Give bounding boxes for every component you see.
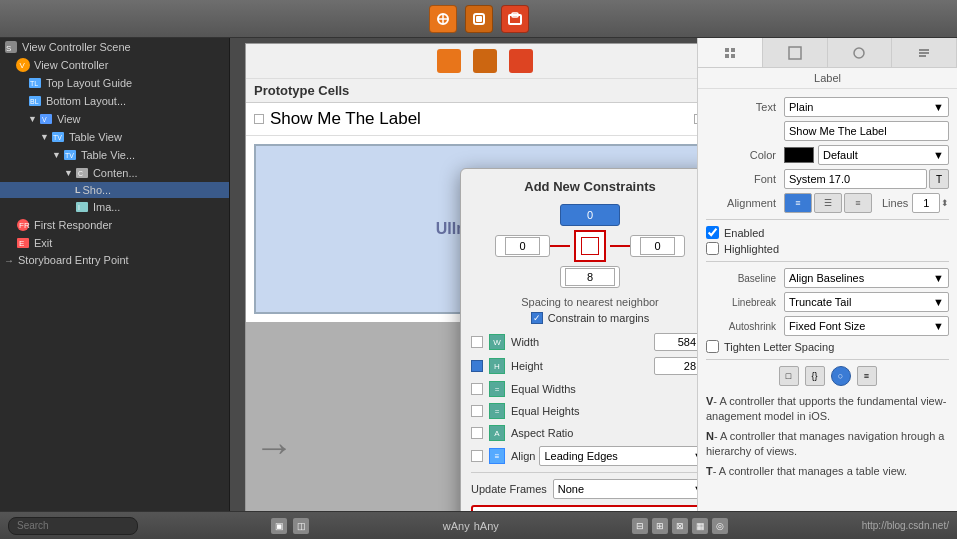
color-dropdown[interactable]: Default ▼ <box>818 145 949 165</box>
add-constraints-button[interactable]: Add 4 Constraints <box>471 505 697 511</box>
view-icon-1[interactable]: ▣ <box>271 518 287 534</box>
view-mode-icons: ▣ ◫ <box>271 518 309 534</box>
sidebar-item-tableview[interactable]: ▼ TV Table View <box>0 128 229 146</box>
sidebar-item-view[interactable]: ▼ V View <box>0 110 229 128</box>
sidebar-item-entrypoint[interactable]: → Storyboard Entry Point <box>0 252 229 268</box>
sidebar-item-exit[interactable]: E Exit <box>0 234 229 252</box>
constrain-margins-row[interactable]: ✓ Constrain to margins <box>471 312 697 324</box>
width-value-input[interactable] <box>654 333 697 351</box>
baseline-dropdown[interactable]: Align Baselines ▼ <box>784 268 949 288</box>
align-center-button[interactable]: ☰ <box>814 193 842 213</box>
svg-text:V: V <box>20 61 26 70</box>
lines-stepper[interactable]: ⬍ <box>941 198 949 208</box>
label-item-label: Sho... <box>82 184 111 196</box>
tighten-row: Tighten Letter Spacing <box>706 340 949 353</box>
sidebar-item-image[interactable]: ▼ I Ima... <box>0 198 229 216</box>
bottom-value-display <box>560 266 620 288</box>
sidebar: S View Controller Scene V View Controlle… <box>0 38 230 511</box>
tableview-label: Table View <box>69 131 122 143</box>
sidebar-item-viewcontroller[interactable]: V View Controller <box>0 56 229 74</box>
format-icon4[interactable]: ≡ <box>857 366 877 386</box>
update-frames-label: Update Frames <box>471 483 547 495</box>
equal-widths-label: Equal Widths <box>511 383 697 395</box>
box-toolbar-icon[interactable] <box>501 5 529 33</box>
highlighted-checkbox[interactable] <box>706 242 719 255</box>
sidebar-item-scene[interactable]: S View Controller Scene <box>0 38 229 56</box>
autoshrink-dropdown[interactable]: Fixed Font Size ▼ <box>784 316 949 336</box>
tab-attributes[interactable] <box>698 38 763 67</box>
layout-icons: ⊟ ⊞ ⊠ ▦ ◎ <box>632 518 728 534</box>
link-toolbar-icon[interactable] <box>429 5 457 33</box>
font-edit-button[interactable]: T <box>929 169 949 189</box>
color-value: Default <box>823 149 858 161</box>
view-icon: V <box>39 112 53 126</box>
tab-connections[interactable] <box>828 38 893 67</box>
sidebar-item-label[interactable]: ▼ L Sho... <box>0 182 229 198</box>
entrypoint-arrow-icon: → <box>4 255 14 266</box>
linebreak-dropdown[interactable]: Truncate Tail ▼ <box>784 292 949 312</box>
height-icon: H <box>489 358 505 374</box>
tab-size[interactable] <box>763 38 828 67</box>
update-frames-value: None <box>558 483 584 495</box>
search-input[interactable] <box>8 517 138 535</box>
equal-heights-row: = Equal Heights <box>471 402 697 420</box>
exit-icon: E <box>16 236 30 250</box>
height-label: Height <box>511 360 654 372</box>
sidebar-item-bottomlayout[interactable]: BL Bottom Layout... <box>0 92 229 110</box>
panel-title-label: Label <box>814 72 841 84</box>
format-icon1[interactable]: □ <box>779 366 799 386</box>
align-left-button[interactable]: ≡ <box>784 193 812 213</box>
bottom-constraint-input[interactable] <box>565 268 615 286</box>
label-l-icon: L <box>75 185 81 195</box>
format-icon2[interactable]: {} <box>805 366 825 386</box>
align-label: Align <box>511 450 535 462</box>
align-row: ≡ Align Leading Edges ▼ <box>471 446 697 466</box>
sidebar-item-content[interactable]: ▼ C Conten... <box>0 164 229 182</box>
panel-content: Text Plain ▼ Color Default ▼ <box>698 89 957 511</box>
view-label: View <box>57 113 81 125</box>
bottom-icon-row: □ {} ○ ≡ <box>706 366 949 386</box>
layout-icon-4[interactable]: ▦ <box>692 518 708 534</box>
width-checkbox[interactable] <box>471 336 483 348</box>
sidebar-item-toplayout[interactable]: TL Top Layout Guide <box>0 74 229 92</box>
top-constraint-input[interactable] <box>560 204 620 226</box>
align-right-button[interactable]: ≡ <box>844 193 872 213</box>
aspect-ratio-checkbox[interactable] <box>471 427 483 439</box>
height-checkbox[interactable] <box>471 360 483 372</box>
layout-icon-3[interactable]: ⊠ <box>672 518 688 534</box>
cube-toolbar-icon[interactable] <box>465 5 493 33</box>
align-checkbox[interactable] <box>471 450 483 462</box>
constrain-margins-checkbox[interactable]: ✓ <box>531 312 543 324</box>
update-frames-dropdown[interactable]: None ▼ <box>553 479 697 499</box>
color-swatch[interactable] <box>784 147 814 163</box>
sidebar-item-tableviewcell[interactable]: ▼ TV Table Vie... <box>0 146 229 164</box>
format-icon3[interactable]: ○ <box>831 366 851 386</box>
enabled-checkbox[interactable] <box>706 226 719 239</box>
layout-icon-1[interactable]: ⊟ <box>632 518 648 534</box>
svg-rect-35 <box>919 49 929 51</box>
help-vc-text: - A controller that upports the fundamen… <box>706 395 946 422</box>
text-type-dropdown[interactable]: Plain ▼ <box>784 97 949 117</box>
left-constraint-input[interactable] <box>505 237 540 255</box>
label-value-input[interactable] <box>784 121 949 141</box>
firstresponder-label: First Responder <box>34 219 112 231</box>
equal-widths-checkbox[interactable] <box>471 383 483 395</box>
tighten-checkbox[interactable] <box>706 340 719 353</box>
expand-arrow4: ▼ <box>64 168 73 178</box>
right-constraint-input[interactable] <box>640 237 675 255</box>
font-dropdown[interactable]: System 17.0 <box>784 169 927 189</box>
frame-icon3 <box>509 49 533 73</box>
lines-input[interactable] <box>912 193 940 213</box>
svg-text:TL: TL <box>30 80 38 87</box>
view-icon-2[interactable]: ◫ <box>293 518 309 534</box>
svg-text:TV: TV <box>65 152 74 159</box>
tab-identity[interactable] <box>892 38 957 67</box>
sidebar-item-firstresponder[interactable]: FR First Responder <box>0 216 229 234</box>
equal-heights-icon: = <box>489 403 505 419</box>
height-value-input[interactable] <box>654 357 697 375</box>
equal-heights-checkbox[interactable] <box>471 405 483 417</box>
layout-icon-2[interactable]: ⊞ <box>652 518 668 534</box>
align-dropdown[interactable]: Leading Edges ▼ <box>539 446 697 466</box>
popup-title: Add New Constraints <box>471 179 697 194</box>
layout-icon-5[interactable]: ◎ <box>712 518 728 534</box>
